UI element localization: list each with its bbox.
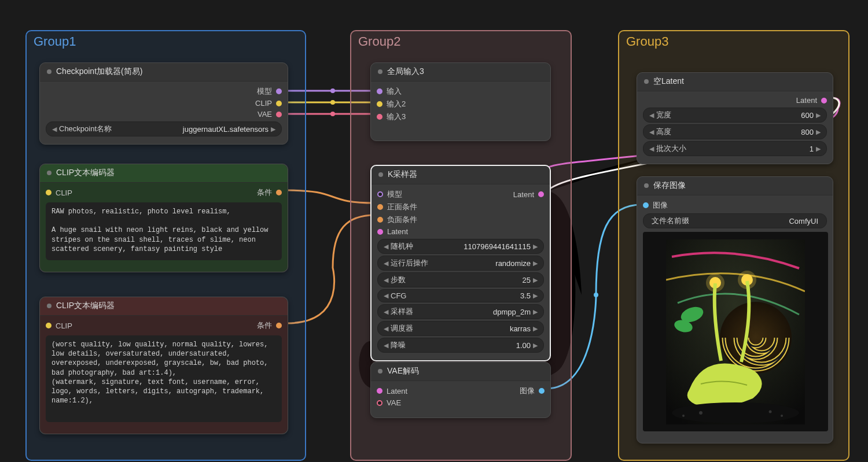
chevron-right-icon[interactable]: ▶ xyxy=(271,125,275,133)
node-title: VAE解码 xyxy=(387,366,419,376)
ckpt-value: juggernautXL.safetensors xyxy=(117,125,269,134)
port-image-in[interactable] xyxy=(643,202,649,208)
in-latent-label: Latent xyxy=(387,227,408,236)
node-clip-negative[interactable]: CLIP文本编码器 CLIP 条件 (worst quality, low qu… xyxy=(39,297,288,434)
port-neg-in[interactable] xyxy=(377,217,383,223)
port-image-out[interactable] xyxy=(539,388,545,394)
in-clip-label: CLIP xyxy=(56,321,72,330)
seed-widget[interactable]: ◀ 随机种 1107969441641115 ▶ xyxy=(377,239,544,254)
port-model-in[interactable] xyxy=(377,191,383,197)
collapse-icon[interactable] xyxy=(644,79,649,84)
out-latent-label: Latent xyxy=(796,96,817,105)
out-clip-label: CLIP xyxy=(255,99,272,108)
svg-point-15 xyxy=(781,415,783,417)
node-title: 保存图像 xyxy=(653,180,686,191)
port-clip-in[interactable] xyxy=(46,323,52,328)
node-empty-latent[interactable]: 空Latent Latent ◀ 宽度 600 ▶ ◀ 高度 800 ▶ ◀ 批… xyxy=(637,72,833,164)
chevron-left-icon[interactable]: ◀ xyxy=(384,243,388,250)
in-vae-label: VAE xyxy=(387,398,401,407)
collapse-icon[interactable] xyxy=(47,69,52,74)
port-vae-in[interactable] xyxy=(377,400,382,406)
port-cond-out[interactable] xyxy=(276,323,282,328)
node-title: Checkpoint加载器(简易) xyxy=(56,66,142,77)
in1-label: 输入 xyxy=(387,86,402,97)
out-vae-label: VAE xyxy=(258,110,272,119)
port-clip-in[interactable] xyxy=(46,190,52,195)
svg-point-3 xyxy=(594,293,598,297)
output-image-preview xyxy=(643,232,828,431)
svg-point-14 xyxy=(769,410,772,413)
node-title: 全局输入3 xyxy=(387,66,424,77)
collapse-icon[interactable] xyxy=(644,183,649,188)
checkpoint-name-widget[interactable]: ◀ Checkpoint名称 juggernautXL.safetensors … xyxy=(46,121,282,136)
node-ksampler[interactable]: K采样器 模型 Latent 正面条件 负面条件 Latent ◀ 随机种 11… xyxy=(370,165,551,361)
port-pos-in[interactable] xyxy=(377,204,383,210)
ckpt-label: Checkpoint名称 xyxy=(59,124,112,134)
in-model-label: 模型 xyxy=(387,189,402,199)
in3-label: 输入3 xyxy=(387,112,406,122)
collapse-icon[interactable] xyxy=(378,172,383,177)
group-1-label: Group1 xyxy=(34,34,76,49)
port-latent-out[interactable] xyxy=(538,191,544,197)
node-title: CLIP文本编码器 xyxy=(56,168,115,178)
in-clip-label: CLIP xyxy=(56,189,72,197)
scheduler-widget[interactable]: ◀ 调度器 karras ▶ xyxy=(377,321,544,336)
in-image-label: 图像 xyxy=(653,200,668,210)
svg-point-0 xyxy=(330,88,335,93)
svg-point-16 xyxy=(682,415,685,417)
negative-prompt-textarea[interactable]: (worst quality, low quality, normal qual… xyxy=(46,335,282,422)
in2-label: 输入2 xyxy=(387,99,406,109)
collapse-icon[interactable] xyxy=(47,171,52,175)
out-latent-label: Latent xyxy=(513,190,534,199)
steps-widget[interactable]: ◀ 步数 25 ▶ xyxy=(377,272,544,287)
in-pos-label: 正面条件 xyxy=(387,202,417,212)
port-latent-in[interactable] xyxy=(377,388,382,394)
after-widget[interactable]: ◀ 运行后操作 randomize ▶ xyxy=(377,256,544,271)
denoise-widget[interactable]: ◀ 降噪 1.00 ▶ xyxy=(377,338,544,353)
in-neg-label: 负面条件 xyxy=(387,215,417,225)
svg-point-12 xyxy=(672,402,799,423)
port-in2[interactable] xyxy=(377,101,382,107)
node-save-image[interactable]: 保存图像 图像 文件名前缀 ComfyUI xyxy=(637,176,833,443)
positive-prompt-textarea[interactable]: RAW photos, realistic, photo level reali… xyxy=(46,202,282,260)
collapse-icon[interactable] xyxy=(378,69,382,74)
svg-point-2 xyxy=(330,112,335,116)
node-global-input[interactable]: 全局输入3 输入 输入2 输入3 xyxy=(370,62,551,141)
out-cond-label: 条件 xyxy=(257,187,272,198)
chevron-left-icon[interactable]: ◀ xyxy=(52,125,57,133)
collapse-icon[interactable] xyxy=(378,369,382,374)
batch-widget[interactable]: ◀ 批次大小 1 ▶ xyxy=(643,141,827,156)
out-cond-label: 条件 xyxy=(257,320,272,331)
port-in1[interactable] xyxy=(377,88,382,94)
chevron-right-icon[interactable]: ▶ xyxy=(533,243,538,250)
node-title: CLIP文本编码器 xyxy=(56,301,115,311)
port-clip-out[interactable] xyxy=(276,101,282,106)
group-3-label: Group3 xyxy=(626,34,668,49)
node-title: 空Latent xyxy=(653,76,684,87)
sampler-widget[interactable]: ◀ 采样器 dpmpp_2m ▶ xyxy=(377,304,544,319)
out-model-label: 模型 xyxy=(257,86,272,97)
node-title: K采样器 xyxy=(388,169,417,180)
group-2-label: Group2 xyxy=(358,34,400,49)
svg-point-13 xyxy=(699,411,703,415)
port-model-out[interactable] xyxy=(276,88,282,94)
port-vae-out[interactable] xyxy=(276,112,282,117)
port-in3[interactable] xyxy=(377,114,382,120)
width-widget[interactable]: ◀ 宽度 600 ▶ xyxy=(643,108,827,123)
port-cond-out[interactable] xyxy=(276,190,282,195)
node-checkpoint-loader[interactable]: Checkpoint加载器(简易) 模型 CLIP VAE ◀ Checkpoi… xyxy=(39,62,288,145)
out-image-label: 图像 xyxy=(520,386,535,396)
cfg-widget[interactable]: ◀ CFG 3.5 ▶ xyxy=(377,289,544,302)
port-latent-in[interactable] xyxy=(377,229,383,235)
svg-point-1 xyxy=(330,100,335,105)
prefix-widget[interactable]: 文件名前缀 ComfyUI xyxy=(643,213,827,228)
port-latent-out[interactable] xyxy=(821,98,827,104)
in-latent-label: Latent xyxy=(387,387,407,396)
collapse-icon[interactable] xyxy=(47,304,52,308)
node-vae-decode[interactable]: VAE解码 Latent 图像 VAE xyxy=(370,362,551,418)
node-clip-positive[interactable]: CLIP文本编码器 CLIP 条件 RAW photos, realistic,… xyxy=(39,164,288,272)
height-widget[interactable]: ◀ 高度 800 ▶ xyxy=(643,124,827,139)
